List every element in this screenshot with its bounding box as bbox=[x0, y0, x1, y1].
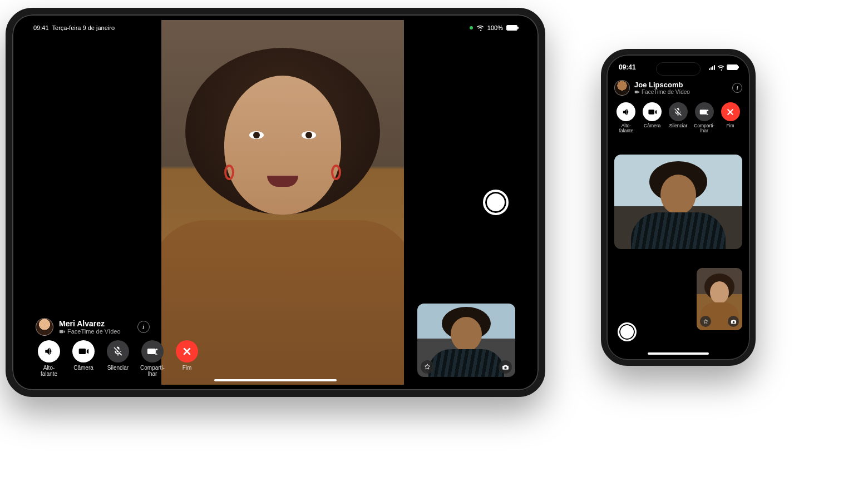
mute-button[interactable] bbox=[669, 102, 688, 121]
caller-name: Joe Lipscomb bbox=[634, 81, 728, 89]
effects-button[interactable] bbox=[700, 316, 711, 327]
statusbar-time: 09:41 bbox=[619, 63, 636, 71]
live-photo-shutter-button[interactable] bbox=[483, 190, 509, 215]
wifi-icon bbox=[717, 64, 724, 71]
share-button[interactable] bbox=[141, 340, 164, 362]
call-type-label: FaceTime de Vídeo bbox=[634, 89, 728, 95]
video-icon bbox=[59, 329, 65, 335]
camera-label: Câmera bbox=[644, 123, 660, 128]
call-type-label: FaceTime de Vídeo bbox=[59, 328, 121, 335]
battery-percent: 100% bbox=[487, 24, 503, 31]
video-icon bbox=[634, 90, 639, 95]
battery-icon bbox=[506, 25, 517, 31]
remote-video-feed[interactable] bbox=[614, 155, 742, 249]
share-label: Comparti- lhar bbox=[694, 123, 714, 134]
mute-label: Silenciar bbox=[107, 365, 129, 371]
self-view-pip[interactable] bbox=[417, 304, 515, 377]
camera-button[interactable] bbox=[643, 102, 662, 121]
call-hud: Meri Alvarez FaceTime de Vídeo i Alto-fa… bbox=[36, 318, 200, 377]
battery-icon bbox=[727, 64, 738, 70]
speaker-label: Alto-falante bbox=[614, 123, 638, 134]
end-label: Fim bbox=[727, 123, 734, 128]
share-button[interactable] bbox=[695, 102, 714, 121]
caller-avatar[interactable] bbox=[614, 80, 630, 96]
end-call-button[interactable] bbox=[721, 102, 740, 121]
statusbar-date: Terça-feira 9 de janeiro bbox=[52, 24, 115, 31]
call-hud: Joe Lipscomb FaceTime de Vídeo i Alto-fa… bbox=[614, 80, 742, 134]
home-indicator[interactable] bbox=[214, 379, 337, 381]
flip-camera-button[interactable] bbox=[728, 316, 739, 327]
caller-name: Meri Alvarez bbox=[59, 319, 121, 328]
mute-label: Silenciar bbox=[669, 123, 688, 128]
end-label: Fim bbox=[183, 365, 192, 371]
camera-button[interactable] bbox=[72, 340, 95, 362]
ipad-screen: 09:41 Terça-feira 9 de janeiro 100% Meri bbox=[28, 20, 523, 385]
iphone-device: 09:41 Joe Lipscomb FaceTime de Vídeo i bbox=[601, 49, 756, 366]
speaker-button[interactable] bbox=[617, 102, 635, 121]
info-button[interactable]: i bbox=[137, 321, 150, 333]
iphone-screen: 09:41 Joe Lipscomb FaceTime de Vídeo i bbox=[609, 57, 748, 358]
flip-camera-button[interactable] bbox=[499, 360, 512, 374]
caller-avatar[interactable] bbox=[36, 318, 53, 336]
self-view-pip[interactable] bbox=[697, 268, 742, 330]
dynamic-island bbox=[656, 62, 701, 76]
cellular-icon bbox=[709, 65, 715, 70]
mute-button[interactable] bbox=[107, 340, 129, 362]
share-label: Comparti- lhar bbox=[140, 365, 165, 377]
statusbar-time: 09:41 bbox=[33, 24, 49, 31]
ipad-device: 09:41 Terça-feira 9 de janeiro 100% Meri bbox=[6, 8, 545, 397]
camera-label: Câmera bbox=[73, 365, 93, 371]
end-call-button[interactable] bbox=[176, 340, 198, 362]
live-photo-shutter-button[interactable] bbox=[618, 322, 637, 341]
speaker-button[interactable] bbox=[38, 340, 60, 362]
speaker-label: Alto-falante bbox=[36, 365, 62, 377]
info-button[interactable]: i bbox=[732, 83, 742, 93]
effects-button[interactable] bbox=[421, 360, 434, 374]
home-indicator[interactable] bbox=[648, 352, 709, 355]
wifi-icon bbox=[476, 24, 484, 32]
camera-active-dot-icon bbox=[470, 26, 473, 29]
